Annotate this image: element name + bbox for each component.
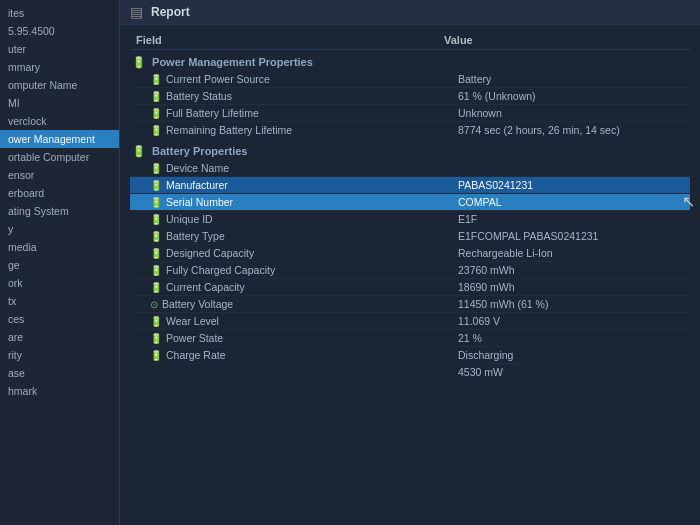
battery-voltage-icon: ⊙ <box>150 299 158 310</box>
sidebar-item-ase[interactable]: ase <box>0 364 119 382</box>
sidebar-item-verclock[interactable]: verclock <box>0 112 119 130</box>
sidebar-item-power-management[interactable]: ower Management <box>0 130 119 148</box>
sidebar-item-ces[interactable]: ces <box>0 310 119 328</box>
unique-id-icon: 🔋 <box>150 214 162 225</box>
manufacturer-value: PABAS0241231 <box>438 177 690 194</box>
power-state-field: Power State <box>166 332 223 344</box>
row-battery-type: 🔋 Battery Type E1FCOMPAL PABAS0241231 <box>130 228 690 245</box>
remaining-battery-icon: 🔋 <box>150 125 162 136</box>
row-power-state: 🔋 Power State 21 % <box>130 330 690 347</box>
row-serial-number: 🔋 Serial Number COMPAL ↖ <box>130 194 690 211</box>
serial-number-icon: 🔋 <box>150 197 162 208</box>
sidebar-item-sensor[interactable]: ensor <box>0 166 119 184</box>
sidebar-item-computer-name[interactable]: omputer Name <box>0 76 119 94</box>
sidebar-item-ites[interactable]: ites <box>0 4 119 22</box>
current-power-icon: 🔋 <box>150 74 162 85</box>
sidebar-item-ork[interactable]: ork <box>0 274 119 292</box>
fully-charged-field: Fully Charged Capacity <box>166 264 275 276</box>
full-battery-field: Full Battery Lifetime <box>166 107 259 119</box>
row-manufacturer: 🔋 Manufacturer PABAS0241231 <box>130 177 690 194</box>
sidebar-item-portable-computer[interactable]: ortable Computer <box>0 148 119 166</box>
row-wear-level: 🔋 Wear Level 11.069 V <box>130 313 690 330</box>
charge-rate-value: Discharging <box>438 347 690 364</box>
section-power-management: 🔋 Power Management Properties <box>130 50 690 72</box>
section-battery-properties: 🔋 Battery Properties <box>130 139 690 161</box>
sidebar-item-uter[interactable]: uter <box>0 40 119 58</box>
sidebar-item-rity[interactable]: rity <box>0 346 119 364</box>
sidebar-item-ge[interactable]: ge <box>0 256 119 274</box>
sidebar-item-ating-system[interactable]: ating System <box>0 202 119 220</box>
row-current-capacity: 🔋 Current Capacity 18690 mWh <box>130 279 690 296</box>
wear-level-value: 11.069 V <box>438 313 690 330</box>
charge-rate-field: Charge Rate <box>166 349 226 361</box>
content-area: Field Value 🔋 Power Management Propertie… <box>120 25 700 525</box>
manufacturer-field: Manufacturer <box>166 179 228 191</box>
row-charge-rate: 🔋 Charge Rate Discharging <box>130 347 690 364</box>
row-battery-voltage: ⊙ Battery Voltage 11450 mWh (61 %) <box>130 296 690 313</box>
fully-charged-value: 23760 mWh <box>438 262 690 279</box>
charge-rate-icon: 🔋 <box>150 350 162 361</box>
sidebar-item-hmark[interactable]: hmark <box>0 382 119 400</box>
power-section-icon: 🔋 <box>132 56 146 68</box>
row-remaining-battery: 🔋 Remaining Battery Lifetime 8774 sec (2… <box>130 122 690 139</box>
topbar: ▤ Report <box>120 0 700 25</box>
sidebar-item-y[interactable]: y <box>0 220 119 238</box>
report-icon: ▤ <box>130 4 143 20</box>
current-capacity-field: Current Capacity <box>166 281 245 293</box>
sidebar-item-media[interactable]: media <box>0 238 119 256</box>
full-battery-icon: 🔋 <box>150 108 162 119</box>
sidebar-item-version[interactable]: 5.95.4500 <box>0 22 119 40</box>
wear-level-icon: 🔋 <box>150 316 162 327</box>
battery-props-label: Battery Properties <box>152 145 247 157</box>
report-title: Report <box>151 5 190 19</box>
row-battery-status: 🔋 Battery Status 61 % (Unknown) <box>130 88 690 105</box>
row-designed-capacity: 🔋 Designed Capacity Rechargeable Li-Ion <box>130 245 690 262</box>
battery-type-field: Battery Type <box>166 230 225 242</box>
unique-id-field: Unique ID <box>166 213 213 225</box>
sidebar-item-erboard[interactable]: erboard <box>0 184 119 202</box>
row-unique-id: 🔋 Unique ID E1F <box>130 211 690 228</box>
battery-status-value: 61 % (Unknown) <box>438 88 690 105</box>
manufacturer-icon: 🔋 <box>150 180 162 191</box>
power-state-icon: 🔋 <box>150 333 162 344</box>
extra-value: 4530 mW <box>438 364 690 381</box>
wear-level-field: Wear Level <box>166 315 219 327</box>
battery-status-field: Battery Status <box>166 90 232 102</box>
device-name-field: Device Name <box>166 162 229 174</box>
battery-status-icon: 🔋 <box>150 91 162 102</box>
designed-capacity-icon: 🔋 <box>150 248 162 259</box>
current-power-value: Battery <box>438 71 690 88</box>
cursor-icon: ↖ <box>682 192 695 211</box>
main-panel: ▤ Report Field Value 🔋 Power Manageme <box>120 0 700 525</box>
battery-props-icon: 🔋 <box>132 145 146 157</box>
sidebar-item-tx[interactable]: tx <box>0 292 119 310</box>
row-current-power-source: 🔋 Current Power Source Battery <box>130 71 690 88</box>
report-panel[interactable]: Field Value 🔋 Power Management Propertie… <box>120 25 700 525</box>
device-name-icon: 🔋 <box>150 163 162 174</box>
sidebar-item-mi[interactable]: MI <box>0 94 119 112</box>
designed-capacity-field: Designed Capacity <box>166 247 254 259</box>
power-state-value: 21 % <box>438 330 690 347</box>
remaining-battery-value: 8774 sec (2 hours, 26 min, 14 sec) <box>438 122 690 139</box>
row-full-battery-lifetime: 🔋 Full Battery Lifetime Unknown <box>130 105 690 122</box>
row-device-name: 🔋 Device Name <box>130 160 690 177</box>
battery-type-value: E1FCOMPAL PABAS0241231 <box>438 228 690 245</box>
unique-id-value: E1F <box>438 211 690 228</box>
current-capacity-icon: 🔋 <box>150 282 162 293</box>
full-battery-value: Unknown <box>438 105 690 122</box>
col-header-value: Value <box>438 31 690 50</box>
sidebar: ites 5.95.4500 uter mmary omputer Name M… <box>0 0 120 525</box>
report-table: Field Value 🔋 Power Management Propertie… <box>130 31 690 381</box>
sidebar-item-are[interactable]: are <box>0 328 119 346</box>
serial-number-field: Serial Number <box>166 196 233 208</box>
designed-capacity-value: Rechargeable Li-Ion <box>438 245 690 262</box>
sidebar-item-mmary[interactable]: mmary <box>0 58 119 76</box>
row-fully-charged-capacity: 🔋 Fully Charged Capacity 23760 mWh <box>130 262 690 279</box>
serial-number-value: COMPAL ↖ <box>438 194 690 211</box>
fully-charged-icon: 🔋 <box>150 265 162 276</box>
row-charge-rate-value: 4530 mW <box>130 364 690 381</box>
device-name-value <box>438 160 690 177</box>
col-header-field: Field <box>130 31 438 50</box>
battery-voltage-field: Battery Voltage <box>162 298 233 310</box>
current-power-field: Current Power Source <box>166 73 270 85</box>
